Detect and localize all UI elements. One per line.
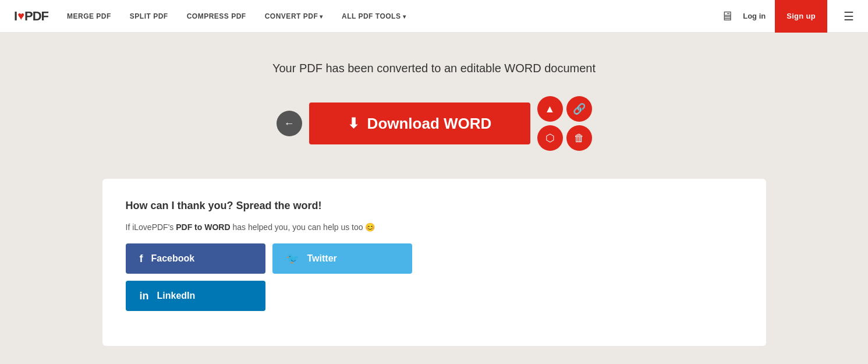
- monitor-icon[interactable]: 🖥: [721, 9, 734, 24]
- linkedin-label: LinkedIn: [157, 291, 196, 301]
- login-button[interactable]: Log in: [743, 12, 766, 20]
- delete-button[interactable]: 🗑: [566, 125, 592, 151]
- share-card: How can I thank you? Spread the word! If…: [102, 179, 766, 346]
- download-label: Download WORD: [367, 115, 492, 133]
- social-row-top: f Facebook 🐦 Twitter: [126, 243, 743, 274]
- main-content: Your PDF has been converted to an editab…: [0, 33, 868, 346]
- back-button[interactable]: ←: [277, 111, 302, 136]
- nav-merge-pdf[interactable]: MERGE PDF: [67, 12, 111, 20]
- share-desc-suffix: has helped you, you can help us too 😊: [231, 222, 375, 232]
- dropbox-icon: ⬡: [545, 132, 555, 144]
- delete-icon: 🗑: [574, 132, 584, 144]
- copy-link-button[interactable]: 🔗: [566, 96, 592, 122]
- upload-cloud-button[interactable]: ▲: [537, 96, 563, 122]
- hamburger-icon[interactable]: ☰: [844, 9, 854, 23]
- logo[interactable]: I♥PDF: [14, 9, 48, 24]
- twitter-icon: 🐦: [286, 252, 299, 265]
- nav-split-pdf[interactable]: SPLIT PDF: [130, 12, 168, 20]
- logo-i: I: [14, 9, 17, 24]
- share-desc: If iLovePDF's PDF to WORD has helped you…: [126, 222, 743, 232]
- logo-heart: ♥: [17, 9, 24, 23]
- social-row-bottom: in LinkedIn: [126, 281, 743, 311]
- share-title: How can I thank you? Spread the word!: [126, 200, 743, 212]
- download-icon: ⬇: [348, 115, 359, 132]
- nav-all-pdf-tools[interactable]: ALL PDF TOOLS: [342, 12, 406, 20]
- nav-convert-pdf[interactable]: CONVERT PDF: [265, 12, 323, 20]
- signup-button[interactable]: Sign up: [775, 0, 827, 33]
- facebook-label: Facebook: [151, 253, 195, 264]
- dropbox-button[interactable]: ⬡: [537, 125, 563, 151]
- header-right: 🖥 Log in Sign up ☰: [721, 0, 854, 33]
- share-desc-prefix: If iLovePDF's: [126, 222, 176, 232]
- facebook-share-button[interactable]: f Facebook: [126, 243, 265, 274]
- facebook-icon: f: [140, 253, 143, 265]
- logo-pdf: PDF: [24, 9, 48, 24]
- header: I♥PDF MERGE PDF SPLIT PDF COMPRESS PDF C…: [0, 0, 868, 33]
- action-icons: ▲ 🔗 ⬡ 🗑: [537, 96, 592, 151]
- twitter-share-button[interactable]: 🐦 Twitter: [272, 243, 412, 274]
- linkedin-share-button[interactable]: in LinkedIn: [126, 281, 265, 311]
- share-desc-bold: PDF to WORD: [176, 222, 230, 232]
- nav: MERGE PDF SPLIT PDF COMPRESS PDF CONVERT…: [67, 12, 721, 20]
- twitter-label: Twitter: [307, 253, 337, 264]
- download-word-button[interactable]: ⬇ Download WORD: [309, 103, 530, 144]
- nav-compress-pdf[interactable]: COMPRESS PDF: [187, 12, 246, 20]
- link-icon: 🔗: [573, 103, 586, 115]
- success-message: Your PDF has been converted to an editab…: [272, 62, 596, 75]
- linkedin-icon: in: [140, 290, 149, 302]
- action-row: ← ⬇ Download WORD ▲ 🔗 ⬡ 🗑: [277, 96, 592, 151]
- upload-cloud-icon: ▲: [545, 103, 555, 115]
